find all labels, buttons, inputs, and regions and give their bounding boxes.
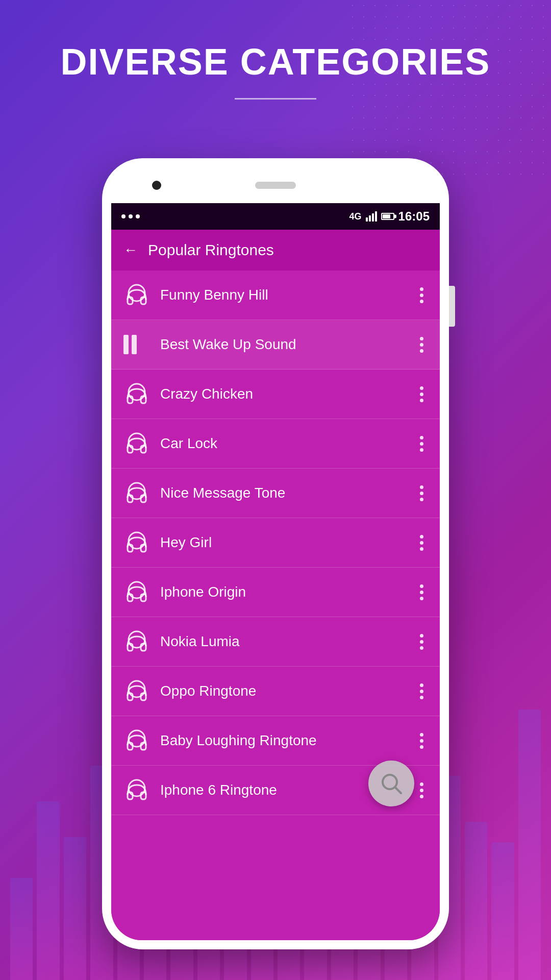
svg-point-0 [129,285,145,301]
more-options-8[interactable] [416,630,428,654]
ringtone-list: Funny Benny Hill Best Wake Up Sound [111,271,440,940]
ringtone-name-1: Funny Benny Hill [160,287,416,303]
headphone-icon-8 [123,628,150,655]
headphone-icon-1 [123,282,150,308]
svg-point-3 [129,384,145,400]
headphone-icon-5 [123,480,150,506]
ringtone-item-11[interactable]: Iphone 6 Ringtone [111,766,440,815]
headphone-icon-4 [123,430,150,457]
ringtone-item-7[interactable]: Iphone Origin [111,568,440,617]
more-options-10[interactable] [416,729,428,753]
ringtone-name-9: Oppo Ringtone [160,683,416,699]
ringtone-item-1[interactable]: Funny Benny Hill [111,271,440,320]
svg-point-12 [129,532,145,549]
svg-point-27 [129,780,145,796]
svg-point-18 [129,631,145,648]
ringtone-name-5: Nice Message Tone [160,485,416,501]
ringtone-item-5[interactable]: Nice Message Tone [111,469,440,518]
phone-speaker [255,182,296,189]
title-divider [235,98,316,100]
status-dot-3 [136,214,140,218]
more-options-9[interactable] [416,679,428,703]
svg-point-6 [129,433,145,450]
phone-mockup: 4G 16:05 ← Popular Ringtones [102,158,449,949]
ringtone-item-2[interactable]: Best Wake Up Sound [111,320,440,370]
ringtone-name-7: Iphone Origin [160,584,416,600]
page-title: DIVERSE CATEGORIES [0,41,551,83]
headphone-icon-3 [123,381,150,407]
svg-point-15 [129,582,145,598]
status-right: 4G 16:05 [349,209,430,224]
ringtone-item-4[interactable]: Car Lock [111,419,440,469]
status-dot-1 [121,214,126,218]
ringtone-item-6[interactable]: Hey Girl [111,518,440,568]
signal-4g-label: 4G [349,211,362,222]
ringtone-name-6: Hey Girl [160,534,416,551]
ringtone-name-3: Crazy Chicken [160,386,416,402]
ringtone-item-3[interactable]: Crazy Chicken [111,370,440,419]
more-options-5[interactable] [416,481,428,505]
ringtone-name-2: Best Wake Up Sound [160,336,416,353]
phone-camera [152,181,161,190]
status-bar: 4G 16:05 [111,203,440,230]
more-options-3[interactable] [416,382,428,406]
headphone-icon-6 [123,529,150,556]
back-button[interactable]: ← [123,242,138,258]
phone-top-bar [111,167,440,203]
headphone-icon-9 [123,678,150,704]
svg-point-9 [129,483,145,499]
svg-point-24 [129,730,145,747]
headphone-icon-11 [123,777,150,803]
pause-icon-2 [123,331,150,358]
page-title-area: DIVERSE CATEGORIES [0,41,551,100]
more-options-4[interactable] [416,432,428,456]
ringtone-item-10[interactable]: Baby Loughing Ringtone [111,716,440,766]
signal-bars-icon [366,211,377,222]
ringtone-item-8[interactable]: Nokia Lumia [111,617,440,667]
more-options-1[interactable] [416,283,428,307]
battery-icon [381,213,394,220]
ringtone-item-9[interactable]: Oppo Ringtone [111,667,440,716]
headphone-icon-10 [123,727,150,754]
headphone-icon-7 [123,579,150,605]
more-options-2[interactable] [416,333,428,357]
svg-point-21 [129,681,145,697]
more-options-6[interactable] [416,531,428,555]
svg-line-31 [395,787,401,793]
phone-body: 4G 16:05 ← Popular Ringtones [102,158,449,949]
more-options-7[interactable] [416,580,428,604]
ringtone-name-8: Nokia Lumia [160,633,416,650]
search-fab-button[interactable] [368,761,414,806]
app-bar: ← Popular Ringtones [111,230,440,271]
app-bar-title: Popular Ringtones [148,241,274,259]
ringtone-name-10: Baby Loughing Ringtone [160,732,416,749]
battery-fill [383,214,390,218]
status-time: 16:05 [398,209,430,224]
status-dot-2 [129,214,133,218]
status-left [121,214,140,218]
phone-power-button [449,286,455,327]
phone-screen: 4G 16:05 ← Popular Ringtones [111,203,440,940]
more-options-11[interactable] [416,778,428,802]
ringtone-name-4: Car Lock [160,435,416,452]
